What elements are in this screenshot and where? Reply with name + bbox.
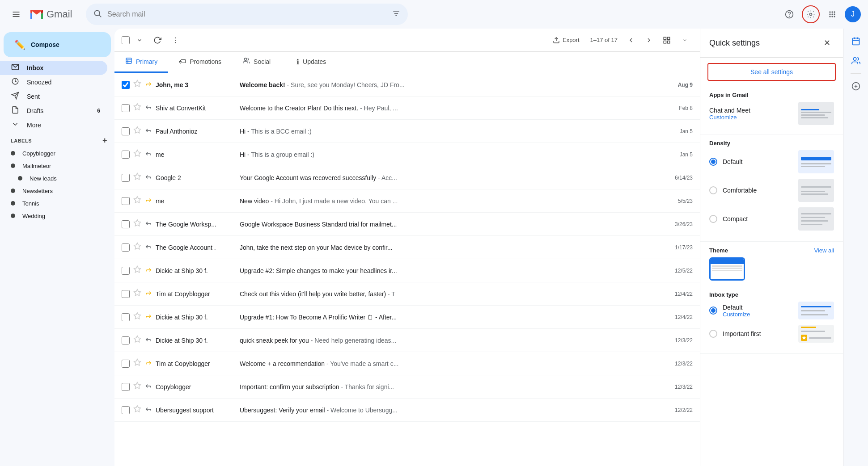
email-star[interactable] (133, 242, 141, 252)
density-comfortable-option[interactable]: Comfortable (709, 179, 834, 202)
menu-icon[interactable] (7, 5, 25, 23)
density-compact-option[interactable]: Compact (709, 207, 834, 231)
avatar[interactable]: J (845, 6, 861, 22)
more-options-button[interactable] (167, 32, 183, 48)
add-label-icon[interactable]: + (102, 136, 107, 145)
tab-primary[interactable]: Primary (114, 52, 168, 73)
density-comfortable-radio[interactable] (709, 186, 717, 194)
email-checkbox[interactable] (122, 406, 130, 414)
email-checkbox[interactable] (122, 220, 130, 228)
search-bar[interactable] (86, 4, 408, 25)
email-checkbox[interactable] (122, 267, 130, 275)
email-star[interactable] (133, 196, 141, 206)
email-checkbox[interactable] (122, 360, 130, 368)
email-row[interactable]: Tim at Copyblogger Check out this video … (114, 282, 700, 306)
prev-page-button[interactable] (623, 32, 639, 48)
tab-updates[interactable]: ℹ Updates (286, 52, 339, 73)
email-row[interactable]: Dickie at Ship 30 f. Upgrade #2: Simple … (114, 259, 700, 282)
email-star[interactable] (133, 312, 141, 322)
email-star[interactable] (133, 126, 141, 136)
email-row[interactable]: Google 2 Your Google Account was recover… (114, 166, 700, 189)
email-row[interactable]: me New video - Hi John, I just made a ne… (114, 189, 700, 213)
email-star[interactable] (133, 219, 141, 229)
help-button[interactable] (780, 5, 798, 23)
density-compact-radio[interactable] (709, 215, 717, 223)
layout-dropdown-button[interactable] (677, 32, 693, 48)
email-checkbox[interactable] (122, 383, 130, 391)
email-star[interactable] (133, 80, 141, 90)
email-star[interactable] (133, 405, 141, 415)
refresh-button[interactable] (149, 32, 165, 48)
inbox-important-first-option[interactable]: Important first (709, 325, 834, 343)
label-item-new-leads[interactable]: New leads (0, 172, 107, 185)
search-filter-icon[interactable] (392, 9, 401, 20)
email-star[interactable] (133, 172, 141, 183)
tab-social[interactable]: Social (232, 52, 286, 73)
email-row[interactable]: Dickie at Ship 30 f. Upgrade #1: How To … (114, 306, 700, 329)
email-checkbox[interactable] (122, 197, 130, 205)
email-row[interactable]: The Google Account . John, take the next… (114, 236, 700, 259)
email-row[interactable]: John, me 3 Welcome back! - Sure, see you… (114, 73, 700, 97)
inbox-default-radio[interactable] (709, 306, 717, 315)
contacts-icon[interactable] (847, 52, 865, 70)
label-item-tennis[interactable]: Tennis (0, 197, 107, 210)
sidebar-item-more[interactable]: More (0, 118, 107, 132)
email-checkbox[interactable] (122, 151, 130, 159)
email-star[interactable] (133, 382, 141, 392)
select-dropdown-button[interactable] (131, 32, 148, 48)
apps-button[interactable] (823, 5, 841, 23)
settings-button[interactable] (802, 5, 820, 23)
email-row[interactable]: Dickie at Ship 30 f. quick sneak peek fo… (114, 329, 700, 352)
sidebar-item-sent[interactable]: Sent (0, 89, 107, 104)
email-row[interactable]: me Hi - This is a group email :) Jan 5 (114, 143, 700, 166)
email-checkbox[interactable] (122, 81, 130, 89)
email-checkbox[interactable] (122, 290, 130, 298)
search-input[interactable] (107, 10, 386, 18)
email-row[interactable]: Tim at Copyblogger Welcome + a recommend… (114, 352, 700, 375)
export-button[interactable]: Export (547, 34, 585, 46)
inbox-default-option[interactable]: Default Customize (709, 302, 834, 319)
email-star[interactable] (133, 265, 141, 276)
label-item-wedding[interactable]: Wedding (0, 210, 107, 222)
next-page-button[interactable] (641, 32, 657, 48)
inbox-default-customize[interactable]: Customize (723, 311, 750, 318)
chat-and-meet-customize[interactable]: Customize (709, 114, 750, 121)
view-all-themes-button[interactable]: View all (814, 247, 834, 254)
quick-settings-close-button[interactable]: ✕ (820, 36, 834, 50)
layout-button[interactable] (659, 32, 675, 48)
email-star[interactable] (133, 149, 141, 160)
see-all-settings-button[interactable]: See all settings (707, 63, 836, 81)
email-row[interactable]: Paul Anthonioz Hi - This is a BCC email … (114, 120, 700, 143)
density-default-radio[interactable] (709, 158, 717, 166)
select-all-checkbox[interactable] (122, 36, 130, 44)
sidebar-item-snoozed[interactable]: Snoozed (0, 75, 107, 89)
email-checkbox[interactable] (122, 243, 130, 252)
sidebar-item-inbox[interactable]: Inbox (0, 61, 107, 75)
email-row[interactable]: The Google Worksp... Google Workspace Bu… (114, 213, 700, 236)
density-default-option[interactable]: Default (709, 150, 834, 173)
add-app-button[interactable] (847, 77, 865, 95)
email-row[interactable]: Copyblogger Important: confirm your subs… (114, 375, 700, 399)
email-checkbox[interactable] (122, 336, 130, 344)
email-checkbox[interactable] (122, 313, 130, 321)
inbox-important-first-radio[interactable] (709, 330, 717, 338)
email-star[interactable] (133, 289, 141, 299)
calendar-icon[interactable] (847, 32, 865, 50)
email-checkbox[interactable] (122, 104, 130, 112)
email-star[interactable] (133, 335, 141, 345)
compose-button[interactable]: ✏️ Compose (4, 32, 111, 57)
email-checkbox[interactable] (122, 127, 130, 135)
svg-point-10 (789, 16, 790, 17)
label-item-copyblogger[interactable]: Copyblogger (0, 147, 107, 160)
email-star[interactable] (133, 103, 141, 113)
label-item-newsletters[interactable]: Newsletters (0, 185, 107, 197)
theme-thumbnail[interactable] (709, 257, 745, 281)
label-item-mailmeteor[interactable]: Mailmeteor (0, 160, 107, 172)
email-row[interactable]: Ubersuggest support Ubersuggest: Verify … (114, 399, 700, 422)
email-checkbox[interactable] (122, 174, 130, 182)
svg-marker-50 (134, 359, 141, 365)
tab-promotions[interactable]: 🏷 Promotions (168, 52, 232, 73)
sidebar-item-drafts[interactable]: Drafts 6 (0, 104, 107, 118)
email-row[interactable]: Shiv at ConvertKit Welcome to the Creato… (114, 97, 700, 120)
email-star[interactable] (133, 358, 141, 369)
